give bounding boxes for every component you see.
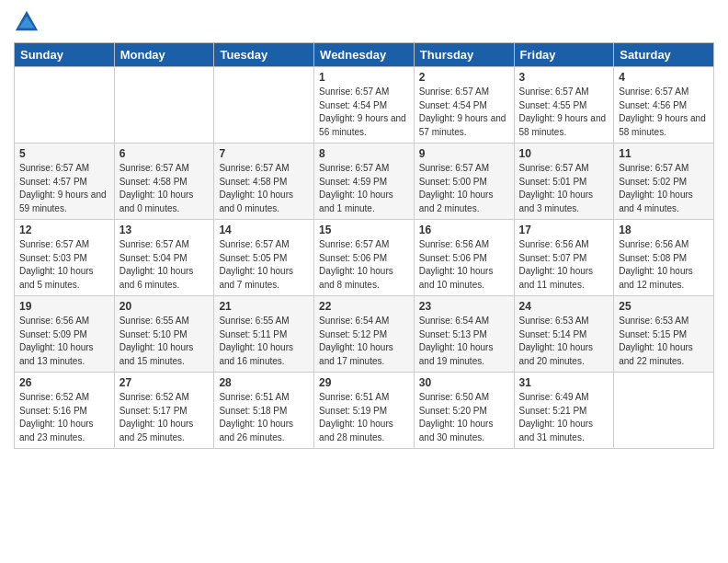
day-info: Sunrise: 6:57 AM Sunset: 4:54 PM Dayligh…: [419, 86, 509, 139]
calendar-cell: 24Sunrise: 6:53 AM Sunset: 5:14 PM Dayli…: [514, 296, 614, 373]
day-info: Sunrise: 6:57 AM Sunset: 4:57 PM Dayligh…: [19, 162, 109, 215]
day-number: 11: [619, 147, 709, 160]
calendar-week-row: 5Sunrise: 6:57 AM Sunset: 4:57 PM Daylig…: [15, 144, 714, 220]
calendar-cell: 17Sunrise: 6:56 AM Sunset: 5:07 PM Dayli…: [514, 220, 614, 296]
day-number: 26: [19, 376, 109, 389]
day-info: Sunrise: 6:51 AM Sunset: 5:18 PM Dayligh…: [219, 391, 309, 444]
calendar-cell: 11Sunrise: 6:57 AM Sunset: 5:02 PM Dayli…: [614, 144, 714, 220]
column-header-friday: Friday: [514, 43, 614, 67]
calendar-cell: 15Sunrise: 6:57 AM Sunset: 5:06 PM Dayli…: [314, 220, 415, 296]
column-header-monday: Monday: [114, 43, 214, 67]
page-container: SundayMondayTuesdayWednesdayThursdayFrid…: [0, 0, 728, 458]
day-number: 10: [519, 147, 609, 160]
day-number: 8: [319, 147, 409, 160]
day-info: Sunrise: 6:57 AM Sunset: 4:55 PM Dayligh…: [519, 86, 609, 139]
calendar-header-row: SundayMondayTuesdayWednesdayThursdayFrid…: [15, 43, 714, 67]
calendar-cell: 29Sunrise: 6:51 AM Sunset: 5:19 PM Dayli…: [314, 373, 415, 449]
calendar-cell: 7Sunrise: 6:57 AM Sunset: 4:58 PM Daylig…: [214, 144, 314, 220]
calendar-cell: [214, 67, 314, 144]
calendar-cell: 10Sunrise: 6:57 AM Sunset: 5:01 PM Dayli…: [514, 144, 614, 220]
calendar-cell: [15, 67, 115, 144]
day-info: Sunrise: 6:57 AM Sunset: 4:58 PM Dayligh…: [219, 162, 309, 215]
day-number: 30: [419, 376, 509, 389]
calendar-body: 1Sunrise: 6:57 AM Sunset: 4:54 PM Daylig…: [15, 67, 714, 449]
calendar-cell: 20Sunrise: 6:55 AM Sunset: 5:10 PM Dayli…: [114, 296, 214, 373]
day-info: Sunrise: 6:57 AM Sunset: 5:04 PM Dayligh…: [119, 238, 210, 292]
day-info: Sunrise: 6:56 AM Sunset: 5:06 PM Dayligh…: [419, 238, 509, 292]
calendar-cell: 16Sunrise: 6:56 AM Sunset: 5:06 PM Dayli…: [414, 220, 514, 296]
column-header-thursday: Thursday: [414, 43, 514, 67]
day-info: Sunrise: 6:55 AM Sunset: 5:10 PM Dayligh…: [119, 315, 210, 368]
day-info: Sunrise: 6:53 AM Sunset: 5:14 PM Dayligh…: [519, 315, 609, 368]
calendar-week-row: 12Sunrise: 6:57 AM Sunset: 5:03 PM Dayli…: [15, 220, 714, 296]
day-number: 2: [419, 71, 509, 84]
calendar-week-row: 19Sunrise: 6:56 AM Sunset: 5:09 PM Dayli…: [15, 296, 714, 373]
day-number: 17: [519, 224, 609, 236]
day-info: Sunrise: 6:57 AM Sunset: 4:54 PM Dayligh…: [319, 86, 409, 139]
logo-icon: [14, 9, 40, 35]
calendar-cell: 21Sunrise: 6:55 AM Sunset: 5:11 PM Dayli…: [214, 296, 314, 373]
calendar-cell: 13Sunrise: 6:57 AM Sunset: 5:04 PM Dayli…: [114, 220, 214, 296]
header: [14, 9, 714, 35]
day-number: 29: [319, 376, 409, 389]
logo: [14, 9, 43, 35]
calendar-cell: 5Sunrise: 6:57 AM Sunset: 4:57 PM Daylig…: [15, 144, 115, 220]
calendar-cell: 25Sunrise: 6:53 AM Sunset: 5:15 PM Dayli…: [614, 296, 714, 373]
day-info: Sunrise: 6:57 AM Sunset: 4:56 PM Dayligh…: [619, 86, 709, 139]
day-number: 15: [319, 224, 409, 236]
calendar-cell: 2Sunrise: 6:57 AM Sunset: 4:54 PM Daylig…: [414, 67, 514, 144]
day-number: 21: [219, 300, 309, 313]
day-info: Sunrise: 6:56 AM Sunset: 5:09 PM Dayligh…: [19, 315, 109, 368]
calendar-cell: 31Sunrise: 6:49 AM Sunset: 5:21 PM Dayli…: [514, 373, 614, 449]
day-number: 28: [219, 376, 309, 389]
calendar-cell: 1Sunrise: 6:57 AM Sunset: 4:54 PM Daylig…: [314, 67, 415, 144]
calendar-cell: [614, 373, 714, 449]
day-number: 12: [19, 224, 109, 236]
calendar-cell: 27Sunrise: 6:52 AM Sunset: 5:17 PM Dayli…: [114, 373, 214, 449]
calendar-cell: 4Sunrise: 6:57 AM Sunset: 4:56 PM Daylig…: [614, 67, 714, 144]
calendar-cell: 18Sunrise: 6:56 AM Sunset: 5:08 PM Dayli…: [614, 220, 714, 296]
day-number: 18: [619, 224, 709, 236]
day-number: 16: [419, 224, 509, 236]
day-number: 9: [419, 147, 509, 160]
day-info: Sunrise: 6:55 AM Sunset: 5:11 PM Dayligh…: [219, 315, 309, 368]
day-info: Sunrise: 6:57 AM Sunset: 5:03 PM Dayligh…: [19, 238, 109, 292]
day-info: Sunrise: 6:57 AM Sunset: 5:05 PM Dayligh…: [219, 238, 309, 292]
day-number: 20: [119, 300, 210, 313]
calendar-cell: 12Sunrise: 6:57 AM Sunset: 5:03 PM Dayli…: [15, 220, 115, 296]
day-number: 13: [119, 224, 210, 236]
day-info: Sunrise: 6:54 AM Sunset: 5:12 PM Dayligh…: [319, 315, 409, 368]
calendar-cell: 9Sunrise: 6:57 AM Sunset: 5:00 PM Daylig…: [414, 144, 514, 220]
day-info: Sunrise: 6:56 AM Sunset: 5:08 PM Dayligh…: [619, 238, 709, 292]
day-info: Sunrise: 6:50 AM Sunset: 5:20 PM Dayligh…: [419, 391, 509, 444]
day-number: 24: [519, 300, 609, 313]
calendar-cell: 23Sunrise: 6:54 AM Sunset: 5:13 PM Dayli…: [414, 296, 514, 373]
calendar-cell: 8Sunrise: 6:57 AM Sunset: 4:59 PM Daylig…: [314, 144, 415, 220]
day-number: 25: [619, 300, 709, 313]
day-number: 27: [119, 376, 210, 389]
calendar-cell: 22Sunrise: 6:54 AM Sunset: 5:12 PM Dayli…: [314, 296, 415, 373]
calendar-week-row: 1Sunrise: 6:57 AM Sunset: 4:54 PM Daylig…: [15, 67, 714, 144]
day-number: 1: [319, 71, 409, 84]
calendar-cell: 28Sunrise: 6:51 AM Sunset: 5:18 PM Dayli…: [214, 373, 314, 449]
day-info: Sunrise: 6:57 AM Sunset: 4:58 PM Dayligh…: [119, 162, 210, 215]
day-info: Sunrise: 6:56 AM Sunset: 5:07 PM Dayligh…: [519, 238, 609, 292]
day-info: Sunrise: 6:57 AM Sunset: 5:01 PM Dayligh…: [519, 162, 609, 215]
day-number: 23: [419, 300, 509, 313]
day-info: Sunrise: 6:57 AM Sunset: 5:02 PM Dayligh…: [619, 162, 709, 215]
day-info: Sunrise: 6:53 AM Sunset: 5:15 PM Dayligh…: [619, 315, 709, 368]
day-info: Sunrise: 6:57 AM Sunset: 5:06 PM Dayligh…: [319, 238, 409, 292]
day-number: 5: [19, 147, 109, 160]
day-number: 19: [19, 300, 109, 313]
day-number: 7: [219, 147, 309, 160]
column-header-saturday: Saturday: [614, 43, 714, 67]
column-header-tuesday: Tuesday: [214, 43, 314, 67]
day-info: Sunrise: 6:54 AM Sunset: 5:13 PM Dayligh…: [419, 315, 509, 368]
day-number: 4: [619, 71, 709, 84]
calendar-cell: 30Sunrise: 6:50 AM Sunset: 5:20 PM Dayli…: [414, 373, 514, 449]
day-number: 6: [119, 147, 210, 160]
column-header-sunday: Sunday: [15, 43, 115, 67]
calendar-cell: 3Sunrise: 6:57 AM Sunset: 4:55 PM Daylig…: [514, 67, 614, 144]
calendar-cell: 14Sunrise: 6:57 AM Sunset: 5:05 PM Dayli…: [214, 220, 314, 296]
column-header-wednesday: Wednesday: [314, 43, 415, 67]
